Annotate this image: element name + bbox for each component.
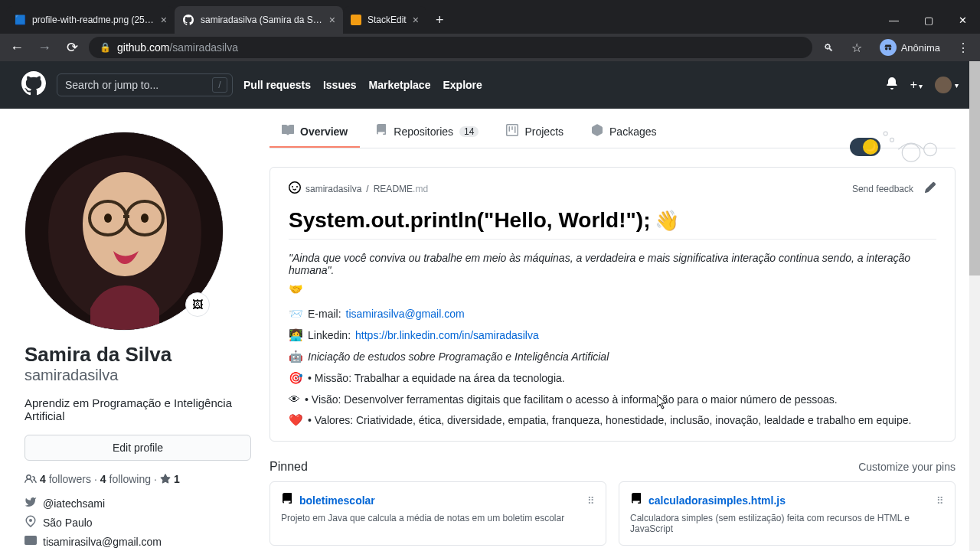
repo-icon	[630, 493, 642, 508]
scrollbar-thumb[interactable]	[969, 61, 980, 276]
github-logo[interactable]	[21, 71, 46, 99]
tab-repositories[interactable]: Repositories 14	[363, 116, 491, 148]
pinned-header: Pinned Customize your pins	[270, 460, 956, 474]
forward-button[interactable]: →	[34, 40, 55, 56]
repo-icon	[375, 124, 387, 139]
repo-count-badge: 14	[459, 126, 479, 137]
readme-values: ❤️ • Valores: Criatividade, ética, diver…	[289, 413, 936, 427]
svg-point-12	[141, 214, 149, 223]
user-avatar-menu[interactable]	[935, 77, 952, 93]
close-icon[interactable]: ×	[161, 14, 167, 26]
package-icon	[591, 124, 603, 139]
scrollbar-track[interactable]	[969, 61, 980, 551]
page-content: 🌙 🖼 Samira da Silva sa	[0, 109, 980, 551]
svg-point-1	[888, 47, 891, 51]
following-link[interactable]: 4 following	[100, 473, 151, 485]
tab-title: profile-with-readme.png (2500×...	[32, 15, 155, 25]
robot-emoji: 🤖	[289, 350, 303, 364]
tab-packages[interactable]: Packages	[579, 116, 668, 148]
url-host: github.com	[117, 41, 169, 54]
minimize-button[interactable]: —	[877, 6, 911, 34]
close-window-button[interactable]: ✕	[946, 6, 980, 34]
slash-shortcut: /	[212, 77, 227, 93]
window-controls: — ▢ ✕	[877, 6, 980, 34]
profile-stats: 4 followers · 4 following · 1	[24, 473, 251, 485]
github-header: Search or jump to... / Pull requests Iss…	[0, 61, 980, 109]
status-emoji-button[interactable]: 🖼	[185, 292, 210, 317]
svg-point-11	[104, 214, 112, 223]
svg-point-0	[885, 47, 888, 51]
pinned-repo-desc: Calculadora simples (sem estilização) fe…	[630, 513, 944, 534]
search-icon[interactable]: 🔍︎	[818, 42, 840, 54]
pinned-repo-name[interactable]: boletimescolar	[299, 494, 375, 507]
browser-tab-active[interactable]: samiradasilva (Samira da Silva) ×	[175, 6, 343, 34]
readme-path-owner[interactable]: samiradasilva	[305, 184, 361, 194]
heart-emoji: ❤️	[289, 413, 303, 427]
svg-point-3	[890, 138, 894, 142]
nav-explore[interactable]: Explore	[443, 79, 482, 91]
nav-issues[interactable]: Issues	[323, 79, 357, 91]
new-tab-button[interactable]: +	[426, 6, 453, 34]
readme-title: System.out.println("Hello, World!");👋	[289, 208, 936, 240]
send-feedback-link[interactable]: Send feedback	[852, 184, 913, 194]
github-nav: Pull requests Issues Marketplace Explore	[243, 79, 482, 91]
maximize-button[interactable]: ▢	[911, 6, 946, 34]
book-icon	[282, 124, 294, 139]
followers-link[interactable]: 4 followers	[40, 473, 91, 485]
readme-email: 📨 E-mail: tisamirasilva@gmail.com	[289, 307, 936, 321]
mona-decoration	[865, 124, 957, 162]
location-icon	[24, 515, 37, 530]
readme-studies: 🤖 Iniciação de estudos sobre Programação…	[289, 350, 936, 364]
back-button[interactable]: ←	[6, 40, 28, 56]
tab-title: StackEdit	[368, 15, 407, 25]
repo-icon	[281, 493, 293, 508]
svg-point-2	[884, 132, 887, 135]
bookmark-icon[interactable]: ☆	[846, 41, 867, 55]
profile-label: Anônima	[901, 42, 940, 54]
github-favicon	[182, 14, 194, 26]
url-path: /samiradasilva	[169, 41, 237, 54]
nav-marketplace[interactable]: Marketplace	[369, 79, 431, 91]
pinned-title: Pinned	[270, 460, 308, 474]
profile-badge[interactable]: Anônima	[874, 37, 946, 57]
incognito-icon	[880, 39, 897, 56]
plus-dropdown[interactable]: +▾	[910, 78, 923, 92]
handshake-emoji: 🤝	[289, 282, 303, 296]
edit-icon[interactable]	[924, 181, 936, 196]
browser-tab[interactable]: StackEdit ×	[343, 6, 426, 34]
pinned-repo-desc: Projeto em Java que calcula a média de n…	[281, 513, 595, 523]
email-link[interactable]: tisamirasilva@gmail.com	[24, 534, 251, 549]
eye-emoji: 👁	[289, 393, 300, 406]
close-icon[interactable]: ×	[329, 14, 335, 26]
project-icon	[506, 124, 518, 139]
pinned-repo-name[interactable]: calculadorasimples.html.js	[648, 494, 786, 507]
stars-count[interactable]: 1	[174, 473, 180, 485]
tab-title: samiradasilva (Samira da Silva)	[201, 15, 323, 25]
pinned-repo-card: boletimescolar ⠿ Projeto em Java que cal…	[270, 481, 606, 546]
customize-pins-link[interactable]: Customize your pins	[858, 461, 956, 473]
twitter-link[interactable]: @iatechsami	[24, 496, 251, 510]
tab-overview[interactable]: Overview	[270, 116, 360, 148]
edit-profile-button[interactable]: Edit profile	[24, 435, 251, 461]
inbox-emoji: 📨	[289, 307, 303, 321]
woman-tech-emoji: 👩‍💻	[289, 328, 303, 342]
menu-icon[interactable]: ⋮	[952, 41, 974, 55]
profile-name: Samira da Silva	[24, 343, 251, 367]
readme-box: samiradasilva / README.md Send feedback …	[270, 167, 956, 442]
reload-button[interactable]: ⟳	[61, 39, 83, 56]
drag-handle-icon[interactable]: ⠿	[936, 495, 944, 507]
email-link[interactable]: tisamirasilva@gmail.com	[346, 308, 465, 320]
tab-projects[interactable]: Projects	[494, 116, 576, 148]
readme-quote: "Ainda que você conviva ou trabalhe em m…	[289, 252, 936, 276]
location-item: São Paulo	[24, 515, 251, 530]
profile-links: @iatechsami São Paulo tisamirasilva@gmai…	[24, 496, 251, 549]
target-emoji: 🎯	[289, 371, 303, 385]
browser-tab[interactable]: 🟦 profile-with-readme.png (2500×... ×	[6, 6, 175, 34]
linkedin-link[interactable]: https://br.linkedin.com/in/samiradasilva	[355, 329, 539, 341]
search-input[interactable]: Search or jump to... /	[57, 73, 233, 96]
address-bar[interactable]: 🔒 github.com/samiradasilva	[89, 37, 812, 58]
close-icon[interactable]: ×	[413, 14, 419, 26]
drag-handle-icon[interactable]: ⠿	[587, 495, 595, 507]
bell-icon[interactable]	[886, 77, 898, 93]
nav-pull-requests[interactable]: Pull requests	[243, 79, 311, 91]
